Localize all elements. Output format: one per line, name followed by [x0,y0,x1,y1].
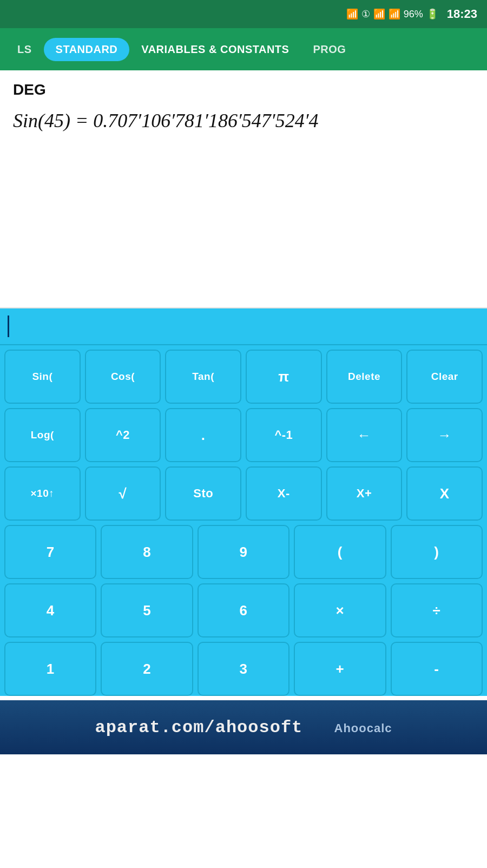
xplus-button[interactable]: X+ [326,466,403,521]
right-arrow-button[interactable]: → [406,408,483,462]
x-button[interactable]: X [406,466,483,521]
website-text: aparat.com/ahoosoft [95,718,302,738]
bottom-banner: aparat.com/ahoosoft Ahoocalc [0,700,487,754]
key-row-1: Sin( Cos( Tan( π Delete Clear [4,350,483,404]
key-row-2: Log( ^2 . ^-1 ← → [4,408,483,462]
key-6[interactable]: 6 [198,583,289,637]
inv-button[interactable]: ^-1 [246,408,322,462]
cos-button[interactable]: Cos( [85,350,161,404]
sqrt-button[interactable]: √ [85,466,161,521]
xminus-button[interactable]: X- [246,466,322,521]
dot-button[interactable]: . [165,408,241,462]
key-7[interactable]: 7 [4,525,96,579]
key-row-3: ×10↑ √ Sto X- X+ X [4,466,483,521]
app-name-label: Ahoocalc [334,721,392,735]
log-button[interactable]: Log( [4,408,81,462]
minus-button[interactable]: - [391,642,483,696]
signal-icon2: 📶 [389,8,400,20]
status-icons: 📶 ① 📶 📶 96% 🔋 18:23 [346,7,477,21]
key-1[interactable]: 1 [4,642,96,696]
key-row-5: 4 5 6 × ÷ [4,583,483,637]
tab-standard[interactable]: STANDARD [44,38,130,61]
e10-button[interactable]: ×10↑ [4,466,81,521]
input-row[interactable] [0,308,487,345]
key-row-6: 1 2 3 + - [4,642,483,696]
key-8[interactable]: 8 [101,525,193,579]
cursor [8,315,9,337]
tab-bar: LS STANDARD VARIABLES & CONSTANTS PROG [0,28,487,70]
keypad: Sin( Cos( Tan( π Delete Clear Log( ^2 . … [0,345,487,696]
left-arrow-button[interactable]: ← [326,408,403,462]
sin-button[interactable]: Sin( [4,350,81,404]
sto-button[interactable]: Sto [165,466,241,521]
key-3[interactable]: 3 [198,642,289,696]
key-2[interactable]: 2 [101,642,193,696]
key-9[interactable]: 9 [198,525,289,579]
multiply-button[interactable]: × [294,583,386,637]
tab-ls[interactable]: LS [5,38,44,61]
signal-icon1: 📶 [373,8,385,20]
tan-button[interactable]: Tan( [165,350,241,404]
pow2-button[interactable]: ^2 [85,408,161,462]
banner-text: aparat.com/ahoosoft Ahoocalc [95,718,392,738]
plus-button[interactable]: + [294,642,386,696]
tab-prog[interactable]: PROG [301,38,358,61]
status-bar: 📶 ① 📶 📶 96% 🔋 18:23 [0,0,487,28]
battery-label: 96% [404,9,423,20]
mode-label: DEG [13,81,474,98]
key-4[interactable]: 4 [4,583,96,637]
display-area: DEG Sin(45) = 0.707′106′781′186′547′524′… [0,70,487,308]
open-paren-button[interactable]: ( [294,525,386,579]
key-row-4: 7 8 9 ( ) [4,525,483,579]
network-icon: 📶 [346,8,358,20]
clear-button[interactable]: Clear [406,350,483,404]
status-time: 18:23 [447,7,477,21]
sim-icon: ① [361,8,370,20]
pi-button[interactable]: π [246,350,322,404]
delete-button[interactable]: Delete [326,350,403,404]
tab-variables[interactable]: VARIABLES & CONSTANTS [129,38,301,61]
divide-button[interactable]: ÷ [391,583,483,637]
expression-display: Sin(45) = 0.707′106′781′186′547′524′4 [13,108,474,134]
close-paren-button[interactable]: ) [391,525,483,579]
battery-icon: 🔋 [426,8,438,20]
key-5[interactable]: 5 [101,583,193,637]
